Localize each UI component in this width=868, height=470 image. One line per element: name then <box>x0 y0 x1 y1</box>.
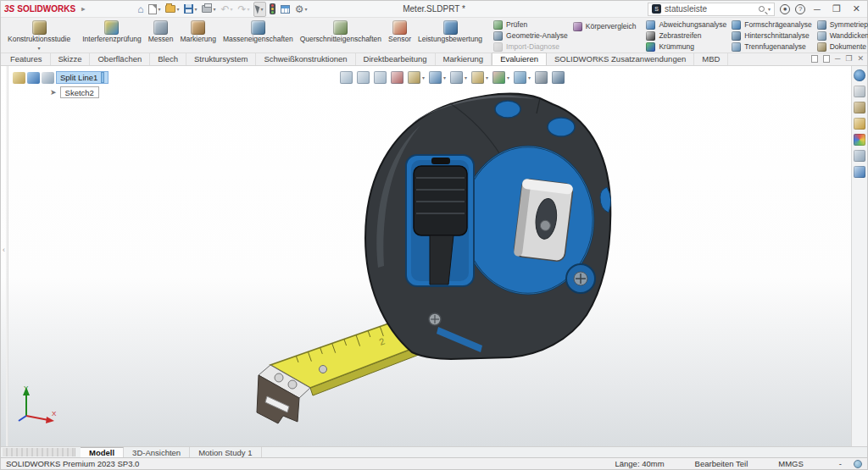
splitter-arrow-icon[interactable]: ‹ <box>3 246 5 254</box>
ribbon-item-geometrie-analyse[interactable]: Geometrie-Analyse <box>493 30 568 41</box>
logo-mark: 3S <box>4 4 14 14</box>
performance-evaluation-icon <box>443 20 458 35</box>
rebuild-traffic-light-icon[interactable] <box>268 2 277 17</box>
split-line-feature-icon[interactable] <box>42 72 54 84</box>
restore-button[interactable]: ❐ <box>829 3 844 14</box>
chevron-right-icon[interactable]: ▸ <box>81 5 85 13</box>
home-icon[interactable] <box>854 86 865 97</box>
measurement-readout: Länge: 40mm <box>599 459 679 468</box>
redo-icon[interactable]: ↷▾ <box>236 2 252 17</box>
feature-tree-splitter[interactable]: ‹ <box>6 66 8 450</box>
globe-status-icon[interactable] <box>854 460 862 468</box>
forum-icon[interactable] <box>854 166 865 178</box>
options-grid-icon[interactable] <box>279 2 292 17</box>
doc-close-icon[interactable]: ✕ <box>857 54 864 63</box>
undo-icon[interactable]: ↶▾ <box>219 2 234 17</box>
graphics-viewport[interactable]: ‹ Split Line1 ➤ Sketch2 ▾ ▾ ▾ ▾ ▾ ▾ <box>1 66 867 450</box>
ribbon-item-formschraegeanalyse[interactable]: Formschrägeanalyse <box>732 19 811 30</box>
deviation-analysis-icon <box>646 20 655 30</box>
tab-mbd[interactable]: MBD <box>694 53 728 65</box>
tab-schweisskonstruktionen[interactable]: Schweißkonstruktionen <box>256 53 355 65</box>
command-manager-tabs: Features Skizze Oberflächen Blech Strukt… <box>1 53 867 66</box>
print-icon[interactable]: ▾ <box>200 2 217 17</box>
ribbon-button-markierung[interactable]: Markierung <box>176 19 220 53</box>
ribbon-item-abweichungsanalyse[interactable]: Abweichungsanalyse <box>646 19 726 30</box>
ribbon-item-wanddicken-analyse[interactable]: Wanddicken-Analyse <box>817 30 868 41</box>
pane-doc-icon-1[interactable] <box>811 55 818 63</box>
ribbon-item-pruefen[interactable]: Prüfen <box>493 19 568 30</box>
zebra-stripes-icon <box>646 31 655 41</box>
open-icon[interactable]: ▾ <box>164 2 181 17</box>
gear-icon[interactable]: ⚙▾ <box>293 2 309 17</box>
undercut-analysis-icon <box>732 31 741 41</box>
user-icon[interactable]: ● <box>780 4 790 14</box>
ribbon-button-leistungsbewertung[interactable]: Leistungsbewertung <box>415 19 486 53</box>
3dexperience-icon[interactable] <box>854 69 865 81</box>
close-button[interactable]: ✕ <box>849 3 864 14</box>
mass-properties-icon <box>251 20 265 35</box>
breadcrumb-caret <box>101 72 104 83</box>
breadcrumb-sketch-chip[interactable]: Sketch2 <box>60 86 99 98</box>
tab-direktbearbeitung[interactable]: Direktbearbeitung <box>356 53 436 65</box>
part-icon[interactable] <box>13 72 25 84</box>
document-tabs: Modell 3D-Ansichten Motion Study 1 <box>1 446 867 457</box>
tab-skizze[interactable]: Skizze <box>51 53 91 65</box>
ribbon-button-querschnitteigenschaften[interactable]: Querschnitteigenschaften <box>297 19 385 53</box>
measure-icon <box>153 20 168 35</box>
breadcrumb-sketch-row: ➤ Sketch2 <box>50 86 99 98</box>
tab-3d-ansichten[interactable]: 3D-Ansichten <box>124 447 190 457</box>
design-library-icon[interactable] <box>854 102 865 113</box>
pane-splitter-grip[interactable] <box>3 448 75 456</box>
tab-zusatzanwendungen[interactable]: SOLIDWORKS Zusatzanwendungen <box>547 53 694 65</box>
doc-restore-icon[interactable]: ❐ <box>845 54 852 63</box>
ribbon-item-trennfugenanalyse[interactable]: Trennfugenanalyse <box>732 41 811 52</box>
tab-modell[interactable]: Modell <box>81 447 124 457</box>
ribbon-button-masseneigenschaften[interactable]: Masseneigenschaften <box>220 19 297 53</box>
ribbon-button-konstruktionsstudie[interactable]: Konstruktionsstudie ▾ <box>4 19 74 53</box>
tab-features[interactable]: Features <box>3 53 51 65</box>
home-icon[interactable]: ⌂ <box>136 2 145 17</box>
ribbon-item-kruemmung[interactable]: Krümmung <box>646 41 726 52</box>
logo-text: SOLIDWORKS <box>17 4 75 14</box>
ribbon-button-messen[interactable]: Messen <box>145 19 177 53</box>
solid-body-icon[interactable] <box>27 72 40 84</box>
ribbon-item-dokumente-vergleichen[interactable]: Dokumente vergleichen <box>817 41 868 52</box>
units-dropdown[interactable]: - <box>827 459 854 468</box>
new-document-icon[interactable]: ▾ <box>147 2 162 17</box>
interference-check-icon <box>104 20 119 35</box>
ribbon-item-koerpervergleich[interactable]: Körpervergleich <box>573 21 637 31</box>
ribbon-item-import-diagnose[interactable]: Import-Diagnose <box>493 41 568 52</box>
tab-motion-study[interactable]: Motion Study 1 <box>190 447 261 457</box>
search-icon[interactable] <box>759 6 765 12</box>
breadcrumb-feature-chip[interactable]: Split Line1 <box>56 71 108 84</box>
solidworks-window: 3S SOLIDWORKS ▸ ⌂ ▾ ▾ ▾ ▾ ↶▾ ↷▾ ▾ ⚙▾ Met… <box>0 0 868 470</box>
sensor-icon <box>392 20 407 35</box>
minimize-button[interactable]: ─ <box>810 4 824 14</box>
appearances-icon[interactable] <box>854 134 865 146</box>
tab-oberflaechen[interactable]: Oberflächen <box>90 53 150 65</box>
body-compare-icon <box>573 22 582 31</box>
custom-properties-icon[interactable] <box>854 150 865 162</box>
search-query-text: statusleiste <box>665 4 755 14</box>
select-arrow-icon[interactable]: ▾ <box>253 2 266 17</box>
tab-struktursystem[interactable]: Struktursystem <box>186 53 256 65</box>
file-explorer-icon[interactable] <box>854 118 865 130</box>
ribbon-button-interferenzpruefung[interactable]: Interferenzprüfung <box>79 19 144 53</box>
save-icon[interactable]: ▾ <box>182 2 198 17</box>
ribbon-item-zebrastreifen[interactable]: Zebrastreifen <box>646 30 726 41</box>
tab-blech[interactable]: Blech <box>150 53 186 65</box>
tab-markierung[interactable]: Markierung <box>436 53 492 65</box>
pointer-icon: ➤ <box>50 88 57 97</box>
doc-minimize-icon[interactable]: ─ <box>835 54 840 63</box>
pane-doc-icon-2[interactable] <box>823 55 830 63</box>
search-dropdown-icon[interactable]: ▾ <box>768 6 771 12</box>
units-selector[interactable]: MMGS <box>763 459 827 468</box>
help-icon[interactable]: ? <box>795 4 805 14</box>
ribbon-button-sensor[interactable]: Sensor <box>385 19 415 53</box>
command-search-input[interactable]: S statusleiste ▾ <box>648 3 775 16</box>
tape-measure-model[interactable]: 2 3 <box>238 73 637 445</box>
ribbon-item-symmetriepruefung[interactable]: Symmetrieprüfung <box>817 19 868 30</box>
tab-evaluieren[interactable]: Evaluieren <box>492 53 547 65</box>
origin-triad: Y X <box>14 384 58 426</box>
ribbon-item-hinterschnittanalyse[interactable]: Hinterschnittanalyse <box>732 30 811 41</box>
